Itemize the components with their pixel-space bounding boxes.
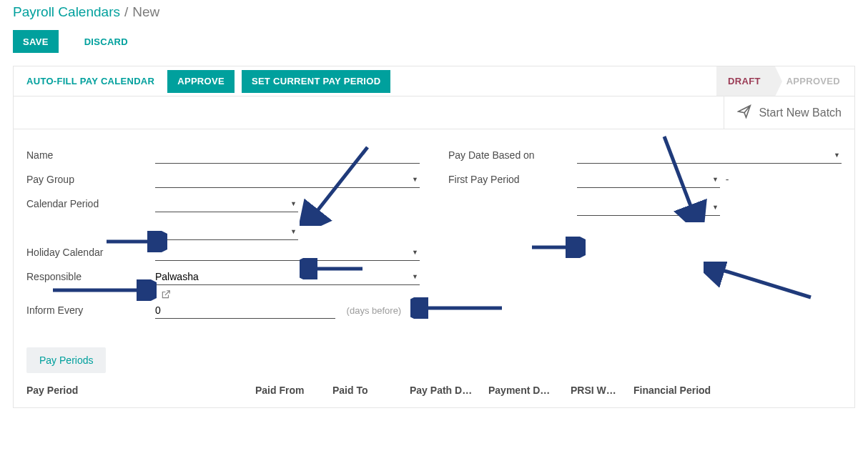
label-calendar-period: Calendar Period <box>26 195 155 209</box>
responsible-select[interactable] <box>155 268 420 285</box>
save-button[interactable]: SAVE <box>13 30 59 53</box>
col-financial-period: Financial Period <box>633 380 842 400</box>
inform-every-input[interactable] <box>155 302 335 319</box>
calendar-period-select-2[interactable] <box>155 223 298 240</box>
label-first-pay-period: First Pay Period <box>448 171 577 185</box>
paygroup-select[interactable] <box>155 171 420 188</box>
discard-button[interactable]: DISCARD <box>74 30 138 53</box>
col-prsi-w: PRSI W… <box>571 380 633 400</box>
label-paygroup: Pay Group <box>26 171 155 185</box>
first-pay-period-select-2[interactable] <box>577 199 720 216</box>
external-link-icon[interactable] <box>161 289 171 302</box>
col-pay-period: Pay Period <box>26 380 255 400</box>
calendar-period-select-1[interactable] <box>155 195 298 212</box>
breadcrumb-current: New <box>132 4 159 20</box>
col-paid-from: Paid From <box>255 380 332 400</box>
autofill-button[interactable]: AUTO-FILL PAY CALENDAR <box>21 70 160 93</box>
tab-pay-periods[interactable]: Pay Periods <box>26 347 106 373</box>
paper-plane-icon <box>737 104 751 122</box>
status-pipeline: DRAFT APPROVED <box>716 66 854 96</box>
form-sheet: AUTO-FILL PAY CALENDAR APPROVE SET CURRE… <box>13 66 855 408</box>
label-holiday-calendar: Holiday Calendar <box>26 244 155 258</box>
set-current-period-button[interactable]: SET CURRENT PAY PERIOD <box>242 70 390 93</box>
name-input[interactable] <box>155 147 420 164</box>
first-pay-period-select-1[interactable] <box>577 171 720 188</box>
dash-sep: - <box>724 174 731 185</box>
label-pay-date-based: Pay Date Based on <box>448 147 577 161</box>
label-name: Name <box>26 147 155 161</box>
label-responsible: Responsible <box>26 268 155 282</box>
breadcrumb: Payroll Calendars / New <box>13 0 855 20</box>
inform-every-hint: (days before) <box>347 305 402 316</box>
dash-sep: - <box>302 198 309 209</box>
status-draft[interactable]: DRAFT <box>716 66 775 96</box>
col-payment-d: Payment D… <box>488 380 571 400</box>
pay-date-based-select[interactable] <box>577 147 842 164</box>
approve-button[interactable]: APPROVE <box>167 70 235 93</box>
start-new-batch-label: Start New Batch <box>759 106 842 119</box>
status-approved[interactable]: APPROVED <box>775 66 854 96</box>
table-header: Pay Period Paid From Paid To Pay Path D…… <box>26 380 842 400</box>
start-new-batch-button[interactable]: Start New Batch <box>724 96 854 129</box>
col-pay-path-d: Pay Path D… <box>410 380 488 400</box>
label-inform-every: Inform Every <box>26 302 155 316</box>
breadcrumb-root[interactable]: Payroll Calendars <box>13 4 120 20</box>
breadcrumb-sep: / <box>124 4 128 20</box>
holiday-calendar-select[interactable] <box>155 244 420 261</box>
col-paid-to: Paid To <box>332 380 410 400</box>
